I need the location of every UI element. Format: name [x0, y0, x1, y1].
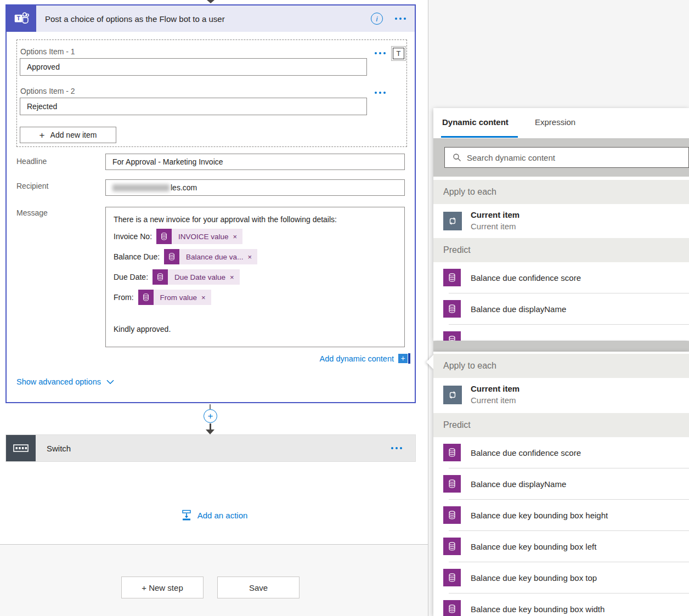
designer-footer: [0, 544, 428, 616]
show-advanced-options[interactable]: Show advanced options: [16, 377, 114, 386]
search-box[interactable]: [444, 147, 689, 168]
item-label: Balance due displayName: [471, 468, 566, 500]
pill-label: Due Date value: [168, 273, 229, 281]
item-subtitle: Current item: [471, 395, 516, 405]
item-label: Balance due key bounding box width: [471, 594, 605, 616]
options-item-2-label: Options Item - 2: [20, 87, 75, 95]
item-label: Balance due key bounding box height: [471, 500, 608, 531]
switch-menu-ellipsis-icon[interactable]: [391, 447, 402, 449]
recipient-input[interactable]: les.com: [105, 179, 405, 196]
canvas-panel-divider: [428, 0, 428, 616]
section-predict: Predict: [433, 413, 689, 437]
options-item-1-input[interactable]: [20, 58, 367, 76]
database-icon: [443, 331, 461, 341]
plus-icon: +: [398, 354, 408, 363]
database-icon: [443, 506, 461, 524]
add-dynamic-content-link[interactable]: Add dynamic content: [320, 354, 394, 363]
list-item[interactable]: Balance due displayName: [433, 293, 689, 325]
item-label: Balance due displayName: [471, 293, 566, 325]
info-icon[interactable]: i: [371, 13, 383, 25]
card-header-bar[interactable]: Post a choice of options as the Flow bot…: [36, 5, 415, 32]
flyout-separator-band: [433, 341, 689, 352]
dynamic-content-flyout-bottom: Apply to each Current item Current item …: [433, 352, 689, 616]
message-line-due-date: Due Date: Due Date value: [114, 269, 397, 285]
remove-pill-icon[interactable]: ×: [229, 273, 240, 281]
remove-pill-icon[interactable]: ×: [232, 233, 243, 241]
dynamic-pill-invoice-value: INVOICE value ×: [156, 229, 242, 244]
item-label: Balance due key bounding box top: [471, 562, 597, 594]
headline-label: Headline: [16, 157, 47, 166]
database-icon: [443, 538, 461, 555]
recipient-visible-text: les.com: [171, 183, 197, 192]
pill-label: INVOICE value: [172, 233, 232, 241]
database-icon: [153, 269, 168, 285]
database-icon: [443, 444, 461, 461]
add-an-action[interactable]: Add an action: [0, 509, 428, 521]
list-item-current-item[interactable]: Current item Current item: [433, 204, 689, 238]
options-item-1-menu-ellipsis-icon[interactable]: [375, 52, 386, 54]
list-item[interactable]: Balance due confidence score: [433, 437, 689, 468]
teams-logo-icon: T: [7, 5, 36, 32]
card-body: Options Item - 1 T Options Item - 2 + Ad…: [7, 32, 415, 402]
list-item[interactable]: Balance due key bounding box width: [433, 594, 689, 616]
line2-prefix: Balance Due:: [114, 252, 160, 261]
list-item[interactable]: Balance due key bounding box top: [433, 562, 689, 594]
plus-icon: +: [39, 131, 45, 140]
card-menu-ellipsis-icon[interactable]: [395, 18, 406, 20]
connector-line: [210, 404, 211, 409]
message-line-from: From: From value ×: [114, 290, 397, 305]
remove-pill-icon[interactable]: ×: [246, 253, 257, 261]
list-item[interactable]: Balance due key bounding box height: [433, 500, 689, 531]
tab-dynamic-content[interactable]: Dynamic content: [442, 117, 509, 127]
card-header[interactable]: T Post a choice of options as the Flow b…: [7, 5, 415, 32]
list-item[interactable]: Balance due displayName: [433, 468, 689, 500]
message-outro: Kindly approved.: [114, 325, 397, 334]
section-header-label: Apply to each: [443, 187, 496, 197]
message-editor[interactable]: There is a new invoice for your approval…: [105, 207, 405, 347]
section-header-label: Predict: [443, 420, 471, 430]
options-item-2-menu-ellipsis-icon[interactable]: [375, 92, 386, 94]
options-item-2-input[interactable]: [20, 98, 367, 115]
database-icon: [443, 569, 461, 586]
list-item-clipped[interactable]: [433, 325, 689, 341]
list-item[interactable]: Balance due key bounding box left: [433, 531, 689, 562]
callout-arrow-icon: [426, 355, 433, 369]
database-icon: [443, 600, 461, 616]
connector-arrow-icon: [206, 429, 214, 434]
new-step-button[interactable]: + New step: [121, 577, 204, 598]
switch-header-bar[interactable]: Switch: [36, 435, 415, 461]
save-button[interactable]: Save: [217, 577, 300, 598]
list-item[interactable]: Balance due confidence score: [433, 262, 689, 293]
list-item-current-item[interactable]: Current item Current item: [433, 378, 689, 412]
switch-title: Switch: [47, 444, 391, 453]
add-new-item-button[interactable]: + Add new item: [20, 127, 116, 143]
flow-canvas: T Post a choice of options as the Flow b…: [0, 0, 428, 544]
switch-to-text-mode-icon[interactable]: T: [393, 48, 404, 59]
connector-line: [210, 423, 211, 429]
text-cursor-icon: [408, 353, 410, 364]
teams-action-card[interactable]: T Post a choice of options as the Flow b…: [5, 4, 416, 403]
tab-expression[interactable]: Expression: [535, 117, 575, 127]
add-dynamic-content-icon[interactable]: +: [398, 353, 410, 364]
line1-prefix: Invoice No:: [114, 232, 152, 241]
message-line-invoice: Invoice No: INVOICE value: [114, 229, 397, 244]
remove-pill-icon[interactable]: ×: [200, 293, 211, 302]
item-title: Current item: [471, 210, 519, 219]
item-subtitle: Current item: [471, 222, 516, 231]
switch-action-card[interactable]: Switch: [5, 434, 416, 462]
database-icon: [138, 290, 154, 305]
insert-action-icon: [180, 509, 193, 521]
line3-prefix: Due Date:: [114, 273, 148, 281]
dynamic-pill-from-value: From value ×: [138, 290, 211, 305]
database-icon: [164, 249, 179, 264]
message-intro: There is a new invoice for your approval…: [114, 215, 397, 224]
database-icon: [443, 269, 461, 286]
section-apply-to-each: Apply to each: [433, 354, 689, 378]
headline-input[interactable]: [105, 154, 405, 170]
message-line-balance: Balance Due: Balance due va...: [114, 249, 397, 264]
insert-step-button[interactable]: +: [204, 409, 217, 423]
options-item-1-label: Options Item - 1: [20, 47, 75, 56]
section-header-label: Predict: [443, 245, 471, 255]
dynamic-content-flyout-top: Dynamic content Expression Apply to each: [433, 108, 689, 341]
search-input[interactable]: [467, 153, 688, 162]
